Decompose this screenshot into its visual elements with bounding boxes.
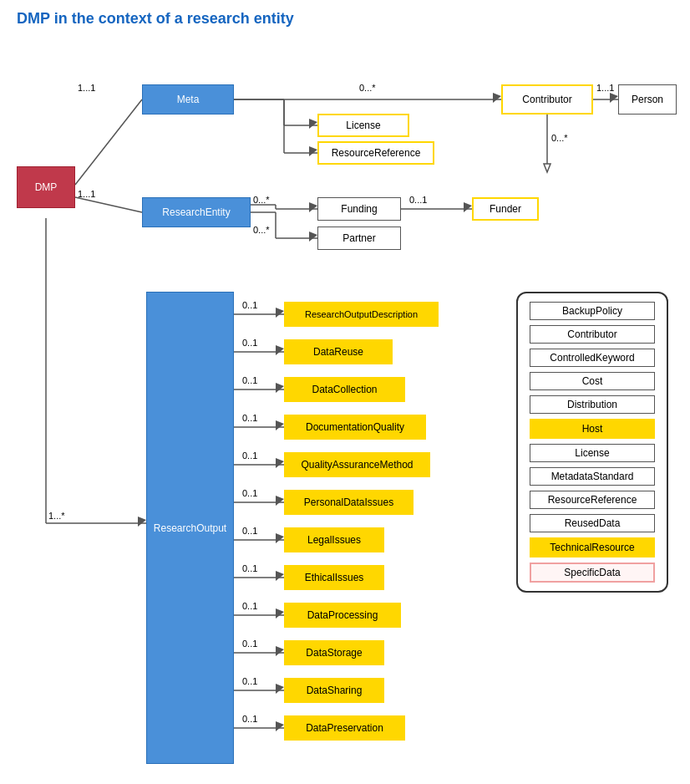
data-sharing-box: DataSharing: [284, 678, 384, 703]
svg-marker-39: [276, 496, 284, 506]
label-ro-mult: 1...*: [48, 511, 65, 521]
svg-marker-25: [309, 232, 317, 242]
funding-box: Funding: [317, 197, 401, 221]
side-panel-host: Host: [530, 419, 655, 439]
svg-marker-13: [493, 93, 501, 103]
side-panel: BackupPolicy Contributor ControlledKeywo…: [516, 292, 668, 593]
page-title: DMP in the context of a research entity: [0, 0, 690, 34]
svg-line-0: [75, 99, 142, 185]
svg-marker-4: [138, 517, 146, 527]
side-panel-metadata-standard: MetadataStandard: [530, 467, 655, 486]
svg-marker-27: [464, 202, 472, 212]
funder-box: Funder: [472, 197, 539, 221]
svg-marker-11: [309, 146, 317, 156]
svg-marker-33: [276, 383, 284, 393]
svg-marker-47: [276, 646, 284, 656]
svg-marker-29: [276, 308, 284, 318]
svg-marker-31: [276, 345, 284, 355]
label-research-funding: 0...*: [253, 195, 270, 205]
research-entity-box: ResearchEntity: [142, 197, 251, 227]
license-box: License: [317, 114, 409, 137]
label-contributor-person: 1...1: [596, 83, 614, 93]
svg-marker-43: [276, 571, 284, 581]
person-box: Person: [618, 84, 677, 115]
dmp-box: DMP: [17, 166, 75, 208]
side-panel-technical-resource: TechnicalResource: [530, 537, 655, 557]
pdi-box: PersonalDataIssues: [284, 490, 413, 515]
svg-marker-37: [276, 458, 284, 468]
rod-box: ResearchOutputDescription: [284, 302, 439, 327]
side-panel-cost: Cost: [530, 372, 655, 390]
data-processing-box: DataProcessing: [284, 603, 401, 628]
qam-box: QualityAssuranceMethod: [284, 452, 430, 477]
svg-marker-51: [276, 721, 284, 731]
data-collection-box: DataCollection: [284, 377, 405, 402]
data-reuse-box: DataReuse: [284, 339, 393, 364]
svg-marker-8: [309, 119, 317, 129]
legal-issues-box: LegalIssues: [284, 527, 384, 552]
data-storage-box: DataStorage: [284, 640, 384, 665]
svg-marker-49: [276, 684, 284, 694]
side-panel-specific-data: SpecificData: [530, 563, 655, 583]
side-panel-resource-reference: ResourceReference: [530, 491, 655, 509]
label-meta-contributor: 0...*: [359, 83, 376, 93]
contributor-box: Contributor: [501, 84, 593, 115]
resource-reference-box: ResourceReference: [317, 141, 434, 165]
meta-box: Meta: [142, 84, 234, 115]
data-preservation-box: DataPreservation: [284, 715, 405, 741]
side-panel-controlled-keyword: ControlledKeyword: [530, 349, 655, 367]
svg-marker-15: [610, 93, 618, 103]
diagram-area: 1...1 1...1 0...* 1...1 0...* 0...* 0...…: [0, 34, 690, 770]
label-funding-funder: 0...1: [409, 195, 427, 205]
side-panel-distribution: Distribution: [530, 395, 655, 414]
doc-quality-box: DocumentationQuality: [284, 415, 426, 440]
label-contributor-down: 0...*: [551, 133, 568, 143]
svg-marker-21: [309, 202, 317, 212]
label-dmp-research: 1...1: [78, 189, 95, 199]
side-panel-license: License: [530, 444, 655, 462]
partner-box: Partner: [317, 227, 401, 250]
label-dmp-meta: 1...1: [78, 83, 95, 93]
ethical-issues-box: EthicalIssues: [284, 565, 384, 590]
svg-marker-41: [276, 533, 284, 543]
svg-marker-45: [276, 608, 284, 619]
side-panel-contributor: Contributor: [530, 325, 655, 344]
label-research-partner: 0...*: [253, 225, 270, 235]
svg-line-1: [75, 197, 142, 212]
side-panel-reused-data: ReusedData: [530, 514, 655, 532]
side-panel-backup-policy: BackupPolicy: [530, 302, 655, 320]
research-output-box: ResearchOutput: [146, 292, 234, 764]
svg-marker-17: [544, 164, 550, 172]
svg-marker-35: [276, 420, 284, 430]
